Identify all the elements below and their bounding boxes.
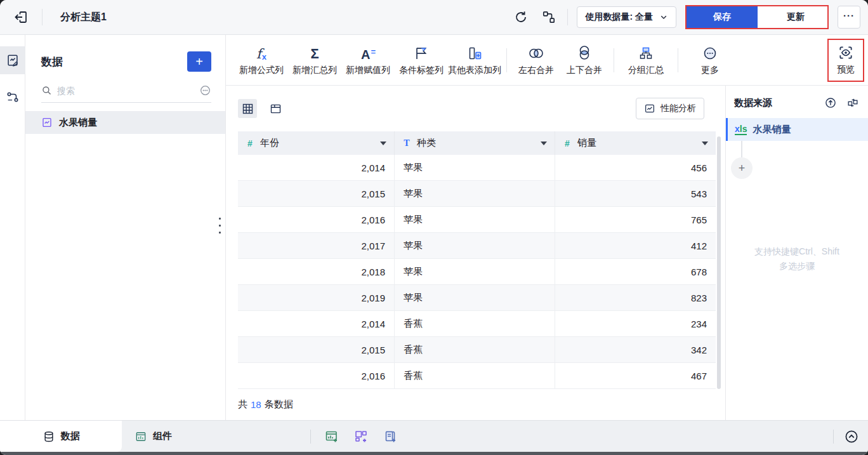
flow-icon bbox=[541, 10, 556, 25]
add-column-icon bbox=[467, 44, 482, 61]
window-edge bbox=[0, 452, 868, 455]
toolbar-button-more[interactable]: 更多 bbox=[683, 44, 737, 76]
column-header-year[interactable]: # 年份 bbox=[238, 131, 395, 155]
add-dashboard-icon bbox=[353, 429, 369, 444]
row-count-text: 共18条数据 bbox=[238, 389, 725, 420]
main-area: fx 新增公式列 Σ 新增汇总列 A= 新增赋值列 bbox=[226, 35, 868, 420]
toolbar-button-left-right-merge[interactable]: 左右合并 bbox=[512, 44, 560, 76]
annotation-box-save-update: 保存 更新 bbox=[685, 5, 829, 29]
sidebar-heading: 数据 bbox=[41, 55, 63, 69]
data-source-panel: 数据来源 bbox=[725, 86, 868, 420]
add-chart-component-button[interactable] bbox=[324, 428, 340, 445]
table-cell: 2,019 bbox=[238, 285, 395, 310]
panel-resize-handle[interactable] bbox=[219, 218, 221, 234]
collapse-panel-button[interactable] bbox=[844, 429, 859, 444]
toolbar-button-condition-tag-column[interactable]: 条件标签列 bbox=[395, 44, 448, 76]
column-filter-caret-icon[interactable] bbox=[702, 142, 708, 145]
add-dataset-button[interactable]: + bbox=[187, 51, 211, 72]
table-cell: 234 bbox=[555, 311, 716, 336]
horizontal-merge-venn-icon bbox=[528, 44, 544, 61]
toolbar-button-add-column-from-table[interactable]: 其他表添加列 bbox=[448, 44, 501, 76]
number-type-icon: # bbox=[246, 138, 254, 148]
table-row[interactable]: 2,019苹果823 bbox=[238, 285, 716, 311]
source-step-fruit-sales[interactable]: xls 水果销量 bbox=[726, 118, 868, 141]
data-volume-label: 使用数据量: 全量 bbox=[585, 11, 653, 23]
table-row[interactable]: 2,014香蕉234 bbox=[238, 311, 716, 337]
table-cell: 苹果 bbox=[395, 285, 555, 310]
table-scrollbar[interactable] bbox=[717, 136, 721, 389]
table-cell: 823 bbox=[555, 285, 716, 310]
toolbar-button-add-formula-column[interactable]: fx 新增公式列 bbox=[235, 44, 288, 76]
table-cell: 2,015 bbox=[238, 181, 395, 206]
source-step-label: 水果销量 bbox=[753, 124, 791, 136]
refresh-button[interactable] bbox=[511, 8, 530, 27]
ellipsis-icon: ··· bbox=[843, 10, 855, 21]
add-step-button[interactable]: + bbox=[731, 157, 753, 179]
table-cell: 467 bbox=[555, 363, 716, 388]
performance-analysis-button[interactable]: 性能分析 bbox=[636, 98, 704, 119]
table-cell: 2,014 bbox=[238, 311, 395, 336]
more-menu-button[interactable]: ··· bbox=[838, 6, 860, 29]
table-row[interactable]: 2,015苹果543 bbox=[238, 181, 716, 207]
toolbar-button-add-assign-column[interactable]: A= 新增赋值列 bbox=[341, 44, 395, 76]
chart-document-icon bbox=[41, 117, 53, 128]
table-row[interactable]: 2,018苹果678 bbox=[238, 259, 716, 285]
xls-file-icon: xls bbox=[735, 124, 747, 135]
table-row[interactable]: 2,016香蕉467 bbox=[238, 363, 716, 389]
exit-icon bbox=[13, 10, 29, 25]
rail-item-data-edit[interactable] bbox=[0, 46, 25, 74]
topbar-divider bbox=[567, 9, 568, 25]
column-filter-caret-icon[interactable] bbox=[541, 142, 547, 145]
table-cell: 2,018 bbox=[238, 259, 395, 284]
plus-icon: + bbox=[195, 55, 203, 69]
ellipsis-circle-icon[interactable] bbox=[199, 84, 211, 96]
dataset-item-label: 水果销量 bbox=[59, 117, 97, 129]
toolbar-button-add-summary-column[interactable]: Σ 新增汇总列 bbox=[288, 44, 341, 76]
chevron-down-icon bbox=[659, 13, 668, 22]
grid-view-toggle[interactable] bbox=[238, 99, 257, 118]
toolbar-button-top-bottom-merge[interactable]: 上下合并 bbox=[560, 44, 608, 76]
table-row[interactable]: 2,014苹果456 bbox=[238, 155, 716, 181]
exit-button[interactable] bbox=[0, 0, 42, 35]
column-header-type[interactable]: T 种类 bbox=[395, 131, 555, 155]
bottom-bar: 数据 组件 bbox=[0, 420, 868, 452]
add-dashboard-button[interactable] bbox=[353, 428, 369, 445]
data-table: # 年份 T 种类 # 销量 bbox=[238, 131, 716, 389]
clipboard-chart-icon bbox=[6, 53, 20, 67]
topbar-divider bbox=[42, 9, 43, 25]
sheet-view-toggle[interactable] bbox=[266, 99, 285, 118]
save-button[interactable]: 保存 bbox=[687, 6, 758, 28]
search-input[interactable] bbox=[57, 86, 194, 96]
tab-data[interactable]: 数据 bbox=[0, 421, 122, 452]
bottombar-divider bbox=[833, 430, 834, 444]
column-header-sales[interactable]: # 销量 bbox=[555, 131, 716, 155]
plus-icon: + bbox=[739, 162, 746, 175]
table-cell: 苹果 bbox=[395, 233, 555, 258]
rail-item-flow-steps[interactable] bbox=[0, 83, 25, 111]
toolbar-divider bbox=[506, 48, 507, 72]
add-report-button[interactable] bbox=[382, 428, 398, 445]
toolbar-divider bbox=[678, 48, 678, 72]
refresh-icon bbox=[513, 10, 529, 25]
update-button[interactable]: 更新 bbox=[764, 6, 827, 28]
table-header-row: # 年份 T 种类 # 销量 bbox=[238, 131, 716, 155]
table-row[interactable]: 2,015香蕉342 bbox=[238, 337, 716, 363]
table-row[interactable]: 2,016苹果765 bbox=[238, 207, 716, 233]
update-data-icon[interactable] bbox=[824, 96, 837, 109]
preview-button[interactable]: 预览 bbox=[827, 39, 864, 82]
table-cell: 香蕉 bbox=[395, 311, 555, 336]
text-type-icon: T bbox=[402, 138, 411, 148]
tab-components[interactable]: 组件 bbox=[122, 421, 214, 452]
performance-chart-icon bbox=[644, 103, 655, 114]
table-row[interactable]: 2,017苹果412 bbox=[238, 233, 716, 259]
dataset-item-fruit-sales[interactable]: 水果销量 bbox=[25, 111, 225, 134]
toolbar-button-group-summary[interactable]: 分组汇总 bbox=[619, 44, 673, 76]
table-cell: 香蕉 bbox=[395, 337, 555, 362]
data-volume-dropdown[interactable]: 使用数据量: 全量 bbox=[577, 6, 676, 28]
component-chart-icon bbox=[135, 430, 147, 443]
flow-view-button[interactable] bbox=[539, 8, 558, 27]
swap-layout-icon[interactable] bbox=[846, 96, 859, 109]
formula-fx-icon: fx bbox=[256, 44, 266, 61]
column-filter-caret-icon[interactable] bbox=[380, 142, 386, 145]
multi-select-hint: 支持快捷键Ctrl、Shift 多选步骤 bbox=[726, 244, 868, 274]
